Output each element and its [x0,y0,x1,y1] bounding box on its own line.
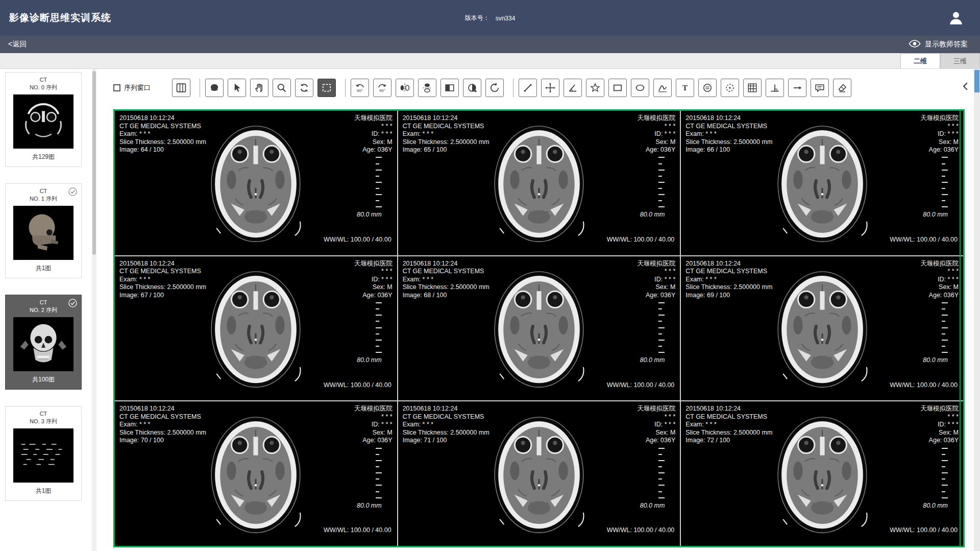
pointer-button[interactable] [228,79,246,97]
viewer-cell-4[interactable]: 20150618 10:12:24 CT GE MEDICAL SYSTEMS … [115,256,397,401]
rotate-90-cw-button[interactable]: 90° [373,79,391,97]
slice-thickness-label: Slice Thickness: 2.500000 mm [685,429,772,437]
annotate-comment-button[interactable] [811,79,829,97]
image-index-label: Image: 69 / 100 [685,292,772,300]
toolbar-buttons: 90°90°T [172,79,851,97]
viewer-cell-6[interactable]: 20150618 10:12:24 CT GE MEDICAL SYSTEMS … [681,256,963,401]
magnify-button[interactable] [273,79,291,97]
measure-circle-info-icon [701,82,714,94]
collapse-panel-button[interactable] [960,80,972,94]
window-scrollbar[interactable] [974,69,980,551]
slice-thickness-label: Slice Thickness: 2.500000 mm [403,283,489,292]
annotate-arrow-icon [791,82,803,94]
datetime-label: 20150618 10:12:24 [119,405,206,413]
layout-grid-button[interactable] [172,79,190,97]
datetime-label: 20150618 10:12:24 [119,260,206,268]
skull-3d-lateral-thumbnail [13,206,74,260]
eraser-button[interactable] [833,79,851,97]
series-card-3[interactable]: CT NO. 3 序列 共1图 [5,406,82,501]
exam-label: Exam: * * * [403,421,489,429]
measure-grid-button[interactable] [743,79,762,97]
annotate-arrow-button[interactable] [788,79,806,97]
version-info: 版本号： svn334 [465,14,516,22]
user-avatar-icon[interactable] [947,9,965,27]
measure-circle-info-button[interactable] [698,79,717,97]
sidebar-scrollbar-thumb[interactable] [92,71,96,255]
annotate-text-button[interactable]: T [676,79,694,97]
measure-rect-button[interactable] [608,79,627,97]
patient-info-overlay: 天堰模拟医院 * * * ID: * * * Sex: M Age: 036Y [354,114,393,154]
select-region-button[interactable] [317,79,336,97]
sidebar-scrollbar[interactable] [92,69,96,551]
series-window-label: 序列窗口 [124,83,151,92]
patient-name-label: * * * [920,268,959,276]
version-value: svn334 [496,14,516,21]
patient-id-label: ID: * * * [637,276,675,284]
viewer-cell-3[interactable]: 20150618 10:12:24 CT GE MEDICAL SYSTEMS … [681,111,963,255]
window-level-label: WW/WL: 100.00 / 40.00 [890,236,958,244]
pan-button[interactable] [250,79,268,97]
sex-label: Sex: M [920,283,959,292]
viewer-cell-8[interactable]: 20150618 10:12:24 CT GE MEDICAL SYSTEMS … [398,401,680,546]
measure-angle-button[interactable] [564,79,582,97]
series-card-0[interactable]: CT NO. 0 序列 共129图 [5,72,82,167]
scale-length-label: 80.0 mm [640,502,665,509]
sex-label: Sex: M [354,138,393,147]
series-window-checkbox[interactable]: 序列窗口 [113,83,151,92]
measure-line-button[interactable] [519,79,537,97]
measure-perpendicular-button[interactable] [766,79,784,97]
window-level-label: WW/WL: 100.00 / 40.00 [324,381,391,390]
rotate-free-button[interactable] [295,79,313,97]
exam-label: Exam: * * * [119,276,206,284]
app-title: 影像诊断思维实训系统 [9,11,111,25]
version-label: 版本号： [465,14,489,22]
measure-ellipse-icon [634,82,646,94]
rotate-90-ccw-button[interactable]: 90° [351,79,369,97]
series-card-1[interactable]: CT NO. 1 序列 共1图 [5,183,82,278]
checkbox-icon[interactable] [113,84,120,91]
datetime-label: 20150618 10:12:24 [685,405,772,413]
flip-vertical-button[interactable] [418,79,436,97]
tab-2d[interactable]: 二维 [900,53,940,68]
window-scrollbar-thumb[interactable] [974,70,979,92]
viewer-cell-1[interactable]: 20150618 10:12:24 CT GE MEDICAL SYSTEMS … [115,111,397,255]
back-button[interactable]: <返回 [8,40,27,49]
scale-ruler [658,302,665,353]
slice-thickness-label: Slice Thickness: 2.500000 mm [119,429,206,437]
slice-thickness-label: Slice Thickness: 2.500000 mm [119,138,206,147]
viewer-cell-7[interactable]: 20150618 10:12:24 CT GE MEDICAL SYSTEMS … [115,401,397,546]
measure-star-button[interactable] [586,79,604,97]
patient-id-label: ID: * * * [354,421,393,429]
show-teacher-answer-button[interactable]: 显示教师答案 [909,40,968,49]
image-info-overlay: 20150618 10:12:24 CT GE MEDICAL SYSTEMS … [403,114,489,154]
datetime-label: 20150618 10:12:24 [685,260,772,268]
ct-brain-image [765,261,878,396]
fill-shutter-button[interactable] [205,79,224,97]
exam-label: Exam: * * * [119,130,206,138]
show-teacher-answer-label: 显示教师答案 [925,40,968,49]
flip-horizontal-button[interactable] [396,79,414,97]
reset-button[interactable] [485,79,504,97]
exam-label: Exam: * * * [685,421,772,429]
pseudo-color-button[interactable] [463,79,481,97]
hospital-label: 天堰模拟医院 [354,405,393,413]
slice-thickness-label: Slice Thickness: 2.500000 mm [685,138,772,147]
measure-move-button[interactable] [541,79,559,97]
exam-label: Exam: * * * [685,130,772,138]
invert-button[interactable] [440,79,459,97]
image-info-overlay: 20150618 10:12:24 CT GE MEDICAL SYSTEMS … [685,114,772,154]
tab-3d[interactable]: 三维 [940,53,980,68]
patient-id-label: ID: * * * [920,130,959,138]
viewer-cell-5[interactable]: 20150618 10:12:24 CT GE MEDICAL SYSTEMS … [398,256,680,401]
measure-curve-button[interactable] [653,79,672,97]
measure-point-button[interactable] [721,79,739,97]
measure-line-icon [522,82,534,94]
scale-ruler [376,302,382,353]
measure-ellipse-button[interactable] [631,79,649,97]
viewer-cell-2[interactable]: 20150618 10:12:24 CT GE MEDICAL SYSTEMS … [398,111,680,255]
ct-brain-image [199,261,312,396]
viewer-cell-9[interactable]: 20150618 10:12:24 CT GE MEDICAL SYSTEMS … [681,401,963,546]
series-card-2[interactable]: CT NO. 2 序列 共100图 [5,295,82,390]
scale-ruler [942,157,948,207]
image-info-overlay: 20150618 10:12:24 CT GE MEDICAL SYSTEMS … [685,405,772,445]
